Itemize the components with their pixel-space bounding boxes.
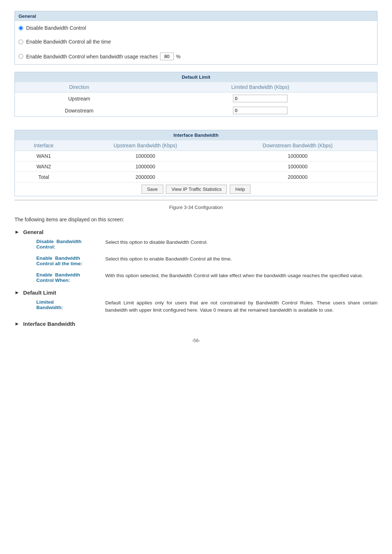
downstream-input[interactable] bbox=[233, 107, 287, 114]
desc-item-limited-bandwidth: Limited Bandwidth: Default Limit applies… bbox=[36, 299, 377, 314]
radio-enable-input[interactable] bbox=[19, 40, 23, 44]
wan2-label: WAN2 bbox=[15, 161, 73, 172]
upstream-bw-col-header: Upstream Bandwidth (Kbps) bbox=[73, 140, 218, 151]
interface-bandwidth-section-heading: ► Interface Bandwidth bbox=[15, 321, 377, 327]
radio-enable-bandwidth[interactable]: Enable Bandwidth Control all the time bbox=[19, 37, 373, 46]
wan2-downstream: 1000000 bbox=[218, 161, 377, 172]
enable-when-label-line1: Enable Bandwidth bbox=[36, 272, 80, 278]
downstream-row: Downstream bbox=[15, 104, 377, 117]
intro-text: The following items are displayed on thi… bbox=[15, 217, 377, 222]
arrow-icon-2: ► bbox=[15, 290, 20, 295]
general-section-heading: ► General bbox=[15, 229, 377, 235]
upstream-label: Upstream bbox=[15, 93, 144, 105]
wan1-upstream: 1000000 bbox=[73, 151, 218, 161]
disable-control-label: Disable Bandwidth Control: bbox=[36, 239, 105, 250]
arrow-icon: ► bbox=[15, 229, 20, 235]
limited-bandwidth-label: Limited Bandwidth: bbox=[36, 299, 105, 310]
help-button[interactable]: Help bbox=[230, 185, 250, 194]
enable-all-label: Enable Bandwidth Control all the time: bbox=[36, 255, 105, 266]
desc-item-enable-all: Enable Bandwidth Control all the time: S… bbox=[36, 255, 377, 266]
interface-bandwidth-title: Interface Bandwidth bbox=[23, 321, 75, 327]
wan1-label: WAN1 bbox=[15, 151, 73, 161]
default-limit-title: Default Limit bbox=[23, 290, 56, 296]
radio-enable-label: Enable Bandwidth Control all the time bbox=[26, 39, 111, 45]
figure-caption: Figure 3-34 Configuration bbox=[15, 205, 377, 210]
limited-bandwidth-col-header: Limited Bandwidth (Kbps) bbox=[143, 82, 377, 93]
limited-bandwidth-content: Default Limit applies only for users tha… bbox=[105, 299, 377, 314]
direction-col-header: Direction bbox=[15, 82, 144, 93]
radio-enable-when-prefix: Enable Bandwidth Control when bandwidth … bbox=[26, 54, 158, 59]
total-upstream: 2000000 bbox=[73, 172, 218, 182]
default-limit-header: Default Limit bbox=[15, 72, 377, 82]
downstream-label: Downstream bbox=[15, 104, 144, 117]
enable-when-label: Enable Bandwidth Control When: bbox=[36, 272, 105, 283]
interface-bandwidth-table: Interface Bandwidth Interface Upstream B… bbox=[15, 130, 377, 196]
general-header: General bbox=[15, 11, 377, 21]
radio-enable-when-input[interactable] bbox=[19, 54, 23, 59]
table-row: Total 2000000 2000000 bbox=[15, 172, 377, 182]
desc-item-disable: Disable Bandwidth Control: Select this o… bbox=[36, 239, 377, 250]
disable-label-line2: Control: bbox=[36, 244, 55, 250]
button-row-container: Save View IP Traffic Statistics Help bbox=[15, 182, 377, 196]
limited-label-line2: Bandwidth: bbox=[36, 305, 63, 310]
enable-all-content: Select this option to enable Bandwidth C… bbox=[105, 255, 232, 263]
enable-all-label-line1: Enable Bandwidth bbox=[36, 255, 80, 261]
bandwidth-threshold-input[interactable] bbox=[160, 53, 174, 60]
general-title: General bbox=[23, 229, 44, 235]
upstream-row: Upstream bbox=[15, 93, 377, 105]
divider bbox=[15, 200, 377, 200]
radio-disable-input[interactable] bbox=[19, 26, 23, 30]
upstream-input[interactable] bbox=[233, 95, 287, 102]
downstream-bw-col-header: Downstream Bandwidth (Kbps) bbox=[218, 140, 377, 151]
enable-all-label-line2: Control all the time: bbox=[36, 261, 82, 266]
wan1-downstream: 1000000 bbox=[218, 151, 377, 161]
general-section-table: General Disable Bandwidth Control Enable… bbox=[15, 11, 377, 65]
total-label: Total bbox=[15, 172, 73, 182]
enable-when-label-line2: Control When: bbox=[36, 278, 70, 283]
view-traffic-button[interactable]: View IP Traffic Statistics bbox=[166, 185, 227, 194]
wan2-upstream: 1000000 bbox=[73, 161, 218, 172]
desc-item-enable-when: Enable Bandwidth Control When: With this… bbox=[36, 272, 377, 283]
bandwidth-row: Enable Bandwidth Control when bandwidth … bbox=[26, 53, 180, 60]
table-row: WAN2 1000000 1000000 bbox=[15, 161, 377, 172]
limited-label-line1: Limited bbox=[36, 299, 54, 305]
radio-enable-when-bandwidth[interactable]: Enable Bandwidth Control when bandwidth … bbox=[19, 51, 373, 62]
button-row: Save View IP Traffic Statistics Help bbox=[15, 182, 377, 196]
disable-control-content: Select this option to disable Bandwidth … bbox=[105, 239, 208, 246]
radio-disable-bandwidth[interactable]: Disable Bandwidth Control bbox=[19, 23, 373, 33]
page-number: -56- bbox=[15, 338, 377, 343]
upstream-value-cell bbox=[143, 93, 377, 105]
iface-col-header: Interface bbox=[15, 140, 73, 151]
downstream-value-cell bbox=[143, 104, 377, 117]
default-limit-table: Default Limit Direction Limited Bandwidt… bbox=[15, 72, 377, 117]
interface-bandwidth-header: Interface Bandwidth bbox=[15, 130, 377, 140]
enable-when-content: With this option selected, the Bandwidth… bbox=[105, 272, 363, 279]
default-limit-section-heading: ► Default Limit bbox=[15, 290, 377, 296]
table-row: WAN1 1000000 1000000 bbox=[15, 151, 377, 161]
disable-label-line1: Disable Bandwidth bbox=[36, 239, 82, 244]
save-button[interactable]: Save bbox=[142, 185, 163, 194]
total-downstream: 2000000 bbox=[218, 172, 377, 182]
arrow-icon-3: ► bbox=[15, 321, 20, 327]
radio-disable-label: Disable Bandwidth Control bbox=[26, 25, 86, 31]
radio-enable-when-suffix: % bbox=[176, 54, 180, 59]
